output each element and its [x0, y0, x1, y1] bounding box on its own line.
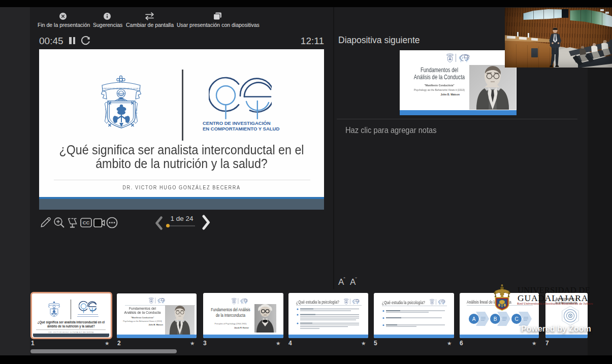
svg-text:PIENSA Y: PIENSA Y — [105, 108, 107, 118]
svg-text:B: B — [494, 316, 497, 322]
svg-text:CC: CC — [83, 220, 90, 225]
svg-text:A: A — [472, 316, 476, 322]
svg-text:UNIVERSIDAD DE GUADALAJARA: UNIVERSIDAD DE GUADALAJARA — [102, 87, 140, 90]
svg-text:TRABAJA: TRABAJA — [135, 108, 138, 119]
svg-text:C: C — [514, 316, 518, 322]
